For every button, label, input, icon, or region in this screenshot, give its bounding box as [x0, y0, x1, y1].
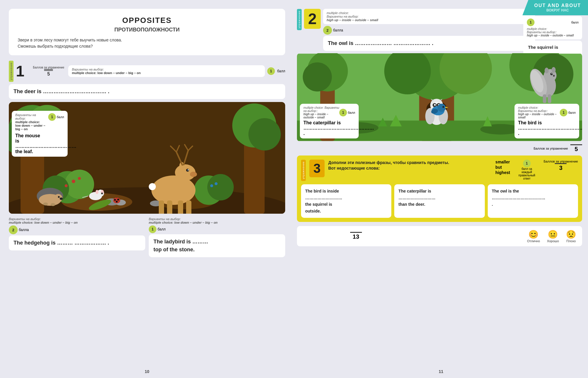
svg-point-41 — [149, 183, 156, 190]
svg-point-92 — [544, 68, 549, 73]
mouse-card: Варианты на выбор: multiple choice: low … — [12, 111, 68, 157]
svg-point-93 — [552, 67, 556, 73]
mouse-points-label: балл — [57, 115, 64, 119]
options-card-1: Варианты на выбор: multiple choice: low … — [68, 65, 265, 77]
svg-point-51 — [60, 198, 63, 200]
score-fraction: 5 — [44, 69, 53, 77]
svg-point-27 — [190, 172, 197, 177]
bottom-exercises: Варианты на выбор: multiple choice: low … — [9, 217, 285, 257]
banner-title: OUT AND ABOUT — [534, 3, 581, 8]
page-number-left: 10 — [145, 369, 149, 374]
ladybird-sentence[interactable]: The ladybird is ……… top of the stone. — [149, 234, 285, 257]
svg-point-58 — [117, 199, 119, 200]
ex2-score-row: Баллов за упражнение 5 — [297, 144, 582, 153]
forest-illustration-left: Варианты на выбор: multiple choice: low … — [9, 102, 285, 214]
ex3-card-1[interactable]: The bird is inside ……………………… the squirre… — [301, 184, 391, 218]
hedgehog-points-label: балла — [19, 228, 29, 232]
svg-point-53 — [43, 203, 48, 205]
svg-rect-99 — [543, 94, 546, 103]
svg-point-85 — [434, 104, 436, 106]
svg-rect-39 — [178, 200, 183, 214]
svg-point-15 — [207, 174, 234, 200]
ex3-word-list: smaller but highest — [495, 160, 510, 175]
svg-rect-40 — [186, 200, 191, 214]
svg-point-70 — [303, 62, 332, 91]
title-card: OPPOSITES ПРОТИВОПОЛОЖНОСТИ Звери в этом… — [9, 9, 285, 55]
ex3-instruction: Дополни эти полезные фразы, чтобы сравни… — [328, 160, 492, 166]
exercise-label-2: упражнение — [297, 9, 302, 30]
ladybird-points: 1 — [149, 225, 156, 233]
page-subtitle: ПРОТИВОПОЛОЖНОСТИ — [18, 27, 276, 33]
intro-text-2: Сможешь выбрать подходящие слова? — [18, 43, 276, 49]
svg-point-95 — [552, 73, 552, 74]
banner-subtitle: ВОКРУГ НАС — [534, 8, 581, 12]
svg-point-96 — [553, 75, 555, 77]
exercise-number-2: 2 — [304, 9, 321, 29]
svg-rect-100 — [548, 94, 551, 103]
page-left: OPPOSITES ПРОТИВОПОЛОЖНОСТИ Звери в этом… — [0, 0, 294, 378]
svg-point-46 — [101, 193, 103, 194]
exercise-3-section: упражнение 3 Дополни эти полезные фразы,… — [297, 155, 582, 222]
deer-sentence[interactable]: The deer is ……………………………… . — [9, 84, 285, 99]
top-banner: OUT AND ABOUT ВОКРУГ НАС — [522, 0, 588, 15]
ex3-instruction2: Вот недостающие слова: — [328, 166, 492, 170]
svg-point-29 — [188, 169, 189, 170]
svg-point-19 — [72, 180, 75, 183]
total-score: 13 — [350, 232, 362, 240]
ratings: 😊 Отлично 😐 Хорошо 😟 Плохо — [527, 230, 576, 243]
caterpillar-card: multiple choice: Варианты на выбор:: hig… — [300, 104, 359, 138]
bottom-score-row: 13 😊 Отлично 😐 Хорошо 😟 Плохо — [297, 226, 582, 246]
svg-point-20 — [65, 184, 68, 187]
exercise-number-3: 3 — [309, 160, 325, 177]
mouse-points: 1 — [48, 113, 56, 121]
svg-point-21 — [78, 177, 81, 180]
ex3-card-2[interactable]: The caterpillar is ……………………… than the de… — [394, 184, 485, 218]
caterpillar-points: 1 — [339, 109, 347, 116]
bird-sentence: The bird is …………………………………… . — [518, 120, 576, 136]
ex2-points-label: балла — [333, 28, 343, 32]
page-right: OUT AND ABOUT ВОКРУГ НАС упражнение 2 mu… — [294, 0, 588, 378]
svg-point-59 — [116, 201, 118, 203]
ex3-card-3[interactable]: The owl is the ………………………………… . — [488, 184, 578, 218]
ex3-cards-row: The bird is inside ……………………… the squirre… — [301, 184, 578, 218]
caterpillar-sentence: The caterpillar is ……………………………………… . — [303, 120, 355, 136]
rating-good: 😐 Хорошо — [547, 230, 559, 243]
points-label-1: балл — [277, 69, 285, 73]
rating-poor: 😟 Плохо — [566, 230, 576, 243]
ex2-points: 2 — [323, 26, 332, 35]
owl-sentence[interactable]: The owl is ………………… ………………… . — [323, 36, 535, 51]
hedgehog-section: Варианты на выбор: multiple choice: low … — [9, 217, 145, 250]
ex3-points-label: балл за каждый правильный ответ — [517, 167, 537, 180]
svg-rect-38 — [167, 200, 172, 214]
exercise-label-1: упражнение — [9, 61, 14, 82]
ladybird-section: Варианты на выбор: multiple choice: low … — [149, 217, 285, 257]
svg-point-44 — [96, 190, 98, 194]
options-label: Варианты на выбор: — [72, 68, 104, 71]
bird-points: 1 — [560, 109, 567, 116]
svg-point-57 — [114, 199, 116, 201]
svg-point-23 — [215, 182, 218, 185]
ex3-points: 1 — [523, 160, 531, 167]
mouse-options-label: Варианты на выбор: — [15, 113, 36, 120]
intro-text-1: Звери в этом лесу помогут тебе выучить н… — [18, 37, 276, 43]
svg-point-112 — [437, 104, 446, 112]
ladybird-points-label: балл — [158, 227, 166, 231]
options-values: multiple choice: low down – under – big … — [72, 71, 141, 75]
mouse-sentence: The mouse is ………………………………… the leaf. — [15, 133, 64, 154]
forest-illustration-right: multiple choice: Варианты на выбор:: hig… — [297, 53, 582, 141]
page-title: OPPOSITES — [18, 16, 276, 25]
points-badge-1: 1 — [267, 67, 275, 75]
rating-excellent: 😊 Отлично — [527, 230, 540, 243]
exercise-label-3: упражнение — [301, 160, 306, 181]
score-box-1: Баллов за упражнение 5 — [33, 66, 64, 77]
ex3-header: упражнение 3 Дополни эти полезные фразы,… — [301, 160, 578, 181]
svg-rect-37 — [159, 200, 164, 214]
squirrel-points: 1 — [527, 19, 534, 26]
svg-point-8 — [248, 118, 281, 150]
mouse-options: multiple choice: low down – under – big … — [15, 120, 45, 131]
owl-options-card: multiple choice: Варианты на выбор: high… — [323, 9, 535, 24]
score-label: Баллов за упражнение — [33, 66, 64, 69]
svg-point-22 — [210, 184, 213, 187]
hedgehog-sentence[interactable]: The hedgehog is ……… ……………… . — [9, 235, 145, 250]
page-number-right: 11 — [439, 369, 443, 374]
